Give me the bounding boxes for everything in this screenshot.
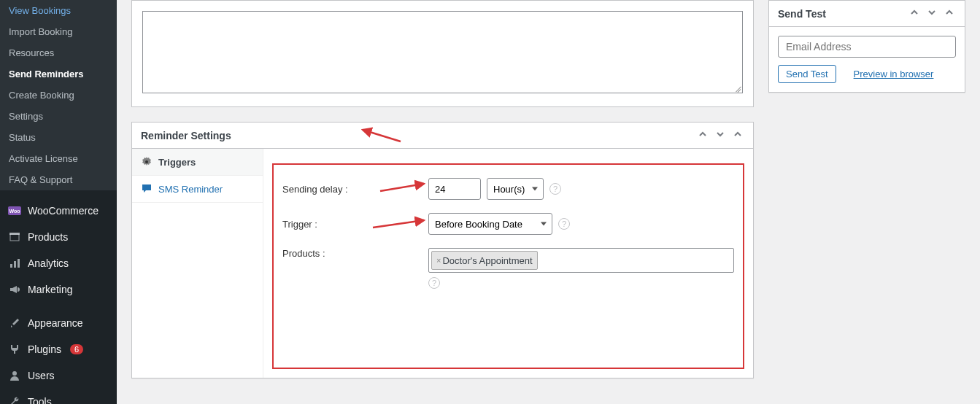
woocommerce-icon: Woo xyxy=(7,203,22,218)
settings-tabs: Triggers SMS Reminder xyxy=(132,149,263,378)
sidebar-item-label: Analytics xyxy=(28,257,69,269)
sidebar-item-send-reminders[interactable]: Send Reminders xyxy=(0,63,117,85)
preview-in-browser-link[interactable]: Preview in browser xyxy=(854,69,934,79)
sidebar-item-users[interactable]: Users xyxy=(0,362,117,389)
analytics-icon xyxy=(7,256,22,271)
sidebar-item-label: Marketing xyxy=(28,284,72,295)
sending-delay-label: Sending delay : xyxy=(282,184,428,195)
test-email-input[interactable] xyxy=(778,36,956,58)
reminder-settings-postbox: Reminder Settings Triggers SMS Reminder xyxy=(131,122,754,378)
postbox-header: Reminder Settings xyxy=(132,123,753,149)
remove-tag-icon[interactable]: × xyxy=(436,256,441,265)
order-down-icon[interactable] xyxy=(714,130,727,141)
resize-handle-icon[interactable] xyxy=(733,84,741,91)
order-up-icon[interactable] xyxy=(908,8,921,19)
speech-bubble-icon xyxy=(141,183,153,195)
toggle-panel-icon[interactable] xyxy=(943,8,956,19)
sidebar-item-plugins[interactable]: Plugins 6 xyxy=(0,336,117,362)
sidebar-item-marketing[interactable]: Marketing xyxy=(0,276,117,303)
tab-label: SMS Reminder xyxy=(158,184,223,195)
send-test-postbox: Send Test Send Test Preview in browser xyxy=(768,0,965,93)
wrench-icon xyxy=(7,395,22,404)
sending-delay-input[interactable] xyxy=(428,178,481,200)
sidebar-item-tools[interactable]: Tools xyxy=(0,389,117,404)
help-icon[interactable]: ? xyxy=(428,277,440,289)
aside-column: Send Test Send Test Preview in browser xyxy=(768,0,980,404)
sidebar-item-analytics[interactable]: Analytics xyxy=(0,250,117,276)
trigger-select[interactable]: Before Booking Date xyxy=(428,213,552,235)
help-icon[interactable]: ? xyxy=(558,218,570,230)
svg-rect-6 xyxy=(18,259,20,268)
reminder-settings-title: Reminder Settings xyxy=(141,130,231,141)
sidebar-item-create-booking[interactable]: Create Booking xyxy=(0,85,117,106)
help-icon[interactable]: ? xyxy=(549,183,561,195)
products-multiselect[interactable]: × Doctor's Appointment xyxy=(428,248,734,273)
svg-rect-2 xyxy=(10,234,19,241)
toggle-panel-icon[interactable] xyxy=(731,130,744,141)
settings-panel: Sending delay : Hour(s) ? Trigger : xyxy=(263,149,753,378)
megaphone-icon xyxy=(7,282,22,297)
send-test-body: Send Test Preview in browser xyxy=(769,27,965,92)
postbox-header: Send Test xyxy=(769,1,965,27)
user-icon xyxy=(7,368,22,383)
trigger-label: Trigger : xyxy=(282,219,428,230)
order-up-icon[interactable] xyxy=(696,130,709,141)
order-down-icon[interactable] xyxy=(925,8,938,19)
postbox-toggle-group xyxy=(696,130,744,141)
sidebar-item-appearance[interactable]: Appearance xyxy=(0,310,117,336)
sending-delay-unit-select[interactable]: Hour(s) xyxy=(487,178,544,200)
send-test-title: Send Test xyxy=(778,8,826,20)
sidebar-item-label: Appearance xyxy=(28,317,83,329)
gear-icon xyxy=(141,156,153,168)
reminder-settings-body: Triggers SMS Reminder Sending delay : Ho… xyxy=(132,149,753,378)
admin-sidebar: View Bookings Import Booking Resources S… xyxy=(0,0,117,404)
svg-text:Woo: Woo xyxy=(9,209,20,214)
svg-rect-5 xyxy=(14,261,16,268)
postbox-toggle-group xyxy=(908,8,956,19)
sidebar-item-label: Products xyxy=(28,231,68,243)
svg-point-7 xyxy=(12,371,17,376)
message-textarea[interactable] xyxy=(142,11,743,93)
sidebar-item-activate-license[interactable]: Activate License xyxy=(0,148,117,169)
sidebar-item-settings[interactable]: Settings xyxy=(0,106,117,127)
sidebar-item-woocommerce[interactable]: Woo WooCommerce xyxy=(0,198,117,224)
svg-rect-4 xyxy=(10,264,12,268)
sidebar-item-label: Plugins xyxy=(28,343,61,355)
sidebar-item-status[interactable]: Status xyxy=(0,127,117,148)
sidebar-item-label: Tools xyxy=(28,396,52,404)
sidebar-item-view-bookings[interactable]: View Bookings xyxy=(0,0,117,21)
submenu-bookings: View Bookings Import Booking Resources S… xyxy=(0,0,117,190)
brush-icon xyxy=(7,316,22,330)
tab-sms-reminder[interactable]: SMS Reminder xyxy=(132,176,263,203)
tab-triggers[interactable]: Triggers xyxy=(132,149,263,176)
product-tag-label: Doctor's Appointment xyxy=(442,255,532,266)
sidebar-item-label: Users xyxy=(28,370,55,381)
sidebar-item-faq-support[interactable]: FAQ & Support xyxy=(0,169,117,190)
plug-icon xyxy=(7,342,22,357)
product-tag: × Doctor's Appointment xyxy=(431,251,538,270)
previous-postbox-partial xyxy=(131,0,754,107)
products-label: Products : xyxy=(282,248,428,259)
send-test-button[interactable]: Send Test xyxy=(778,65,836,83)
sidebar-item-import-booking[interactable]: Import Booking xyxy=(0,21,117,42)
plugins-update-badge: 6 xyxy=(70,344,83,354)
products-icon xyxy=(7,230,22,244)
sidebar-item-resources[interactable]: Resources xyxy=(0,42,117,63)
tab-label: Triggers xyxy=(158,157,196,168)
highlighted-settings-frame: Sending delay : Hour(s) ? Trigger : xyxy=(272,163,744,369)
sidebar-item-label: WooCommerce xyxy=(28,205,99,217)
sidebar-item-products[interactable]: Products xyxy=(0,224,117,250)
main-content: Reminder Settings Triggers SMS Reminder xyxy=(117,0,768,404)
svg-rect-3 xyxy=(9,233,20,235)
